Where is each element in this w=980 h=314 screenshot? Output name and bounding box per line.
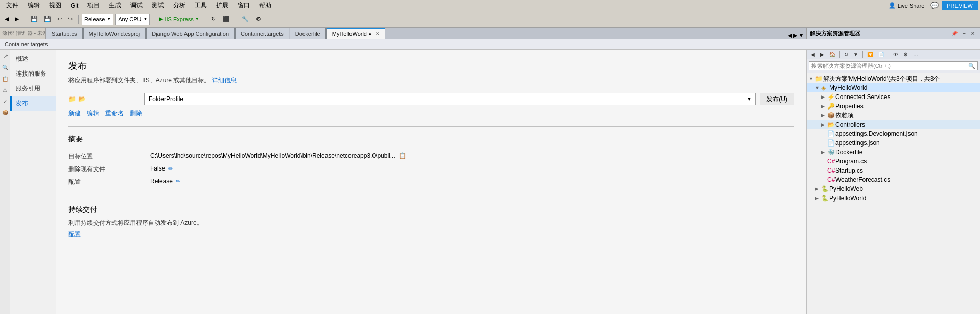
tree-dependencies[interactable]: ▶ 📦 依赖项 [807, 111, 980, 120]
cpu-dropdown[interactable]: Any CPU ▼ [115, 14, 150, 25]
settings-button[interactable]: ⚙ [253, 14, 264, 25]
output-icon[interactable]: 📋 [1, 74, 10, 83]
menu-item-test[interactable]: 测试 [148, 1, 168, 10]
tree-appsettings[interactable]: 📄 appsettings.json [807, 138, 980, 148]
se-filter-btn[interactable]: 🔽 [865, 52, 875, 57]
secondary-tab-container[interactable]: Container targets [0, 39, 52, 50]
tab-close-button[interactable]: ✕ [376, 31, 380, 36]
copy-icon[interactable]: 📋 [399, 152, 406, 159]
edit-link[interactable]: 编辑 [87, 109, 99, 118]
preview-button[interactable]: PREVIEW [942, 1, 978, 10]
tree-appsettings-dev[interactable]: 📄 appsettings.Development.json [807, 129, 980, 138]
delete-edit-icon[interactable]: ✏ [168, 165, 173, 172]
solution-search-input[interactable] [811, 63, 968, 69]
save-button[interactable]: 💾 [28, 14, 40, 25]
tab-myhelloworld[interactable]: MyHelloWorld ● ✕ [326, 28, 385, 39]
app-arrow [821, 140, 827, 146]
refresh-button[interactable]: ↻ [208, 14, 218, 25]
menu-item-tools[interactable]: 工具 [191, 1, 211, 10]
se-showfiles-btn[interactable]: 📄 [876, 52, 886, 57]
config-edit-icon[interactable]: ✏ [176, 178, 180, 185]
se-home-btn[interactable]: 🏠 [827, 52, 837, 57]
tree-solution-root[interactable]: ▼ 📁 解决方案'MyHelloWorld'(共3个项目，共3个 [807, 74, 980, 83]
rename-link[interactable]: 重命名 [105, 109, 124, 118]
menu-item-git[interactable]: Git [66, 2, 82, 9]
feedback-icon[interactable]: 💬 [928, 2, 941, 9]
cpu-arrow: ▼ [144, 17, 148, 21]
tab-csproj[interactable]: MyHelloWorld.csproj [83, 28, 146, 39]
nav-overview[interactable]: 概述 [10, 52, 56, 66]
ctrl-arrow: ▶ [821, 122, 827, 127]
tree-controllers[interactable]: ▶ 📂 Controllers [807, 120, 980, 129]
menu-item-view[interactable]: 视图 [45, 1, 65, 10]
tree-pyhelloweb[interactable]: ▶ 🐍 PyHelloWeb [807, 184, 980, 194]
cpu-label: Any CPU [118, 16, 141, 22]
delete-link[interactable]: 删除 [130, 109, 142, 118]
panel-close[interactable]: ✕ [969, 31, 977, 36]
menu-item-help[interactable]: 帮助 [255, 1, 275, 10]
tree-pyhelloworld[interactable]: ▶ 🐍 PyHelloWorld [807, 194, 980, 203]
menu-item-project[interactable]: 项目 [83, 1, 104, 10]
nav-connected-services[interactable]: 连接的服务 [10, 66, 56, 81]
menu-item-window[interactable]: 窗口 [234, 1, 254, 10]
tree-program[interactable]: C# Program.cs [807, 157, 980, 166]
save-all-button[interactable]: 💾 [41, 14, 54, 25]
panel-minimize[interactable]: − [961, 31, 968, 36]
se-back-btn[interactable]: ◀ [809, 52, 817, 57]
tree-myhelloworld[interactable]: ▼ ◈ MyHelloWorld [807, 83, 980, 92]
forward-button[interactable]: ▶ [12, 14, 21, 25]
new-link[interactable]: 新建 [68, 109, 81, 118]
tree-properties[interactable]: ▶ 🔑 Properties [807, 102, 980, 111]
tab-scroll-left[interactable]: ◀ [788, 32, 792, 39]
diagnostics-icon[interactable]: 🔍 [1, 63, 10, 72]
tab-startup[interactable]: Startup.cs [46, 28, 83, 39]
live-share-button[interactable]: 👤 Live Share [885, 2, 928, 9]
se-collapse-btn[interactable]: ▼ [851, 52, 860, 57]
error-icon[interactable]: ⚠ [1, 85, 10, 94]
tab-container[interactable]: Container.targets [235, 28, 289, 39]
ci-config-link[interactable]: 配置 [68, 231, 81, 238]
nav-service-ref[interactable]: 服务引用 [10, 81, 56, 96]
menu-item-edit[interactable]: 编辑 [24, 1, 44, 10]
source-control-tab[interactable]: 源代码管理器 - 未连接 [0, 30, 45, 37]
nav-publish[interactable]: 发布 [10, 96, 56, 111]
menu-item-build[interactable]: 生成 [105, 1, 125, 10]
tree-connected-services[interactable]: ▶ ⚡ Connected Services [807, 92, 980, 102]
profile-row: 📁 📂 FolderProfile ▼ 发布(U) [68, 93, 794, 105]
se-forward-btn[interactable]: ▶ [818, 52, 826, 57]
se-refresh-btn[interactable]: ↻ [842, 52, 850, 57]
tab-scroll-right[interactable]: ▶ [793, 32, 797, 39]
back-button[interactable]: ◀ [2, 14, 11, 25]
tab-dropdown[interactable]: ▼ [798, 32, 804, 39]
solution-explorer-title: 解决方案资源管理器 [810, 30, 860, 37]
nav-buttons: ◀ ▶ [2, 14, 21, 25]
redo-button[interactable]: ↪ [65, 14, 75, 25]
test-icon[interactable]: ✓ [1, 96, 10, 106]
tab-dockerfile[interactable]: Dockerfile [290, 28, 326, 39]
tree-dockerfile[interactable]: ▶ 🐳 Dockerfile [807, 148, 980, 157]
menu-item-file[interactable]: 文件 [2, 1, 22, 10]
undo-button[interactable]: ↩ [55, 14, 64, 25]
panel-pin[interactable]: 📌 [949, 31, 960, 36]
tree-startup[interactable]: C# Startup.cs [807, 166, 980, 175]
se-preview-btn[interactable]: 👁 [891, 52, 900, 57]
se-more-btn[interactable]: … [911, 52, 920, 57]
tree-weatherforecast[interactable]: C# WeatherForecast.cs [807, 175, 980, 184]
publish-button[interactable]: 发布(U) [760, 93, 794, 105]
menu-item-analyze[interactable]: 分析 [169, 1, 190, 10]
se-settings-btn[interactable]: ⚙ [901, 52, 910, 57]
nuget-icon[interactable]: 📦 [1, 108, 10, 117]
publish-details-link[interactable]: 详细信息 [212, 77, 237, 84]
source-control-icon[interactable]: ⎇ [1, 52, 10, 61]
release-dropdown[interactable]: Release ▼ [82, 14, 113, 25]
stop-button[interactable]: ⬛ [220, 14, 232, 25]
profile-dropdown[interactable]: FolderProfile ▼ [144, 93, 756, 105]
deps-arrow: ▶ [821, 113, 827, 118]
menu-item-extensions[interactable]: 扩展 [212, 1, 232, 10]
run-button[interactable]: ▶ IIS Express ▼ [156, 14, 201, 25]
solution-search[interactable]: 🔍 [809, 61, 978, 70]
tab-django[interactable]: Django Web App Configuration [146, 28, 235, 39]
tools-button[interactable]: 🔧 [239, 14, 251, 25]
menu-item-debug[interactable]: 调试 [126, 1, 147, 10]
summary-table: 目标位置 C:\Users\lhd\source\repos\MyHelloWo… [68, 150, 794, 188]
